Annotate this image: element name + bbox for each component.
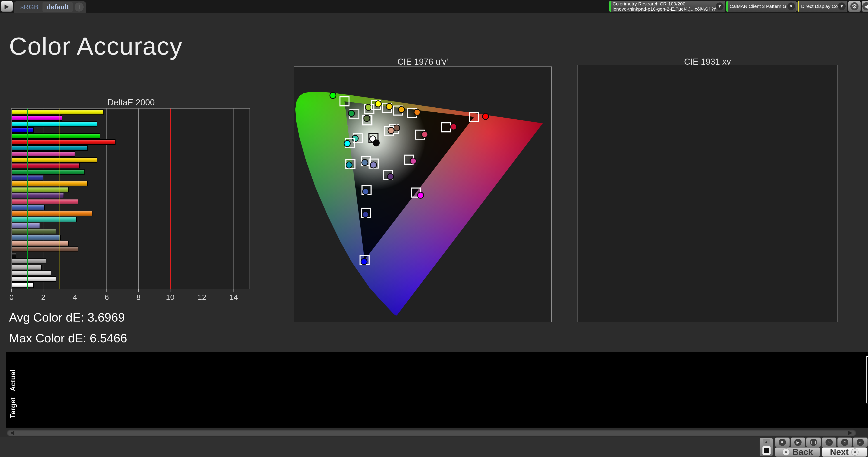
chevron-down-icon: ▼ [838,2,846,10]
avg-de-value: Avg Color dE: 3.6969 [9,310,133,324]
deltae-bar-yellow-green [11,187,69,192]
measured-marker-light-skin [388,127,394,134]
measured-marker-orange-yellow [398,106,404,113]
max-de-value: Max Color dE: 6.5466 [9,331,133,345]
add-tab-button[interactable]: + [74,2,84,11]
meter-dropdown[interactable]: Colorimetry Research CR-100/200 lenovo-t… [609,1,725,12]
measured-marker-green [348,110,354,117]
play-button[interactable]: ▶ [790,437,805,447]
deltae-chart [11,108,250,289]
measured-marker-blue [362,211,368,217]
swatch-scrollbar[interactable] [7,429,856,436]
measured-marker-100-green [330,92,336,99]
measured-marker-100-red [483,113,489,119]
gear-icon: ⚙ [850,2,859,10]
display-status-indicator [798,1,799,12]
pattern-generator-dropdown[interactable]: CalMAN Client 3 Pattern Generator ▼ [726,1,797,12]
run-button[interactable]: ▶ [1,1,13,12]
chevron-down-icon: ▼ [716,2,723,10]
deltae-bar-blue-sky [11,235,61,240]
measured-marker-foliage [364,115,370,121]
axis-tick-label: 0 [9,293,14,302]
collapse-panel-button[interactable]: ◀ [862,1,868,12]
deltae-bar-yellow [11,157,97,162]
measured-marker-cyan [346,162,352,168]
axis-tick [43,289,43,293]
axis-tick [202,289,202,293]
measured-marker-yellow-green [366,104,372,110]
deltae-bar-orange [11,211,92,216]
deltae-bar-purple [11,193,64,198]
deltae-bar-light-skin [11,241,69,246]
tab-srgb[interactable]: sRGB [16,3,42,11]
deltae-bar-cyan [11,145,88,151]
back-button[interactable]: « Back [775,447,820,457]
scroll-right-button[interactable]: ▶ [846,430,855,435]
deltae-bar-blue-flower [11,223,40,228]
loop-button[interactable]: ∞ [822,437,837,447]
pattern-window-button[interactable] [762,446,771,455]
fail-reference-line [170,109,170,289]
cie1976-chart [294,66,552,322]
axis-tick-label: 10 [166,293,175,302]
deltae-bar-100-green [11,133,100,139]
target-reference-line [59,109,59,289]
measured-marker-moderate-red [422,131,428,138]
deltae-bar-100-blue [11,127,34,133]
grid-line [202,109,202,289]
deltae-bar-green [11,169,85,175]
confirm-button[interactable]: ✓ [853,437,868,447]
calman-window: ▶ sRGB default + Colorimetry Research CR… [0,0,868,457]
deltae-bar-purplish-blue [11,205,45,210]
axis-tick-label: 8 [136,293,141,302]
deltae-bar-gray-50 [11,265,41,270]
deltae-bar-foliage [11,228,56,234]
deltae-bar-gray-35 [11,258,46,264]
workflow-tab-bar: sRGB default + [14,1,86,13]
axis-tick-label: 2 [41,293,45,302]
axis-tick [11,289,12,293]
cie1931-chart [578,65,837,322]
measured-marker-red [451,124,457,130]
next-swatch-sliver [866,356,868,403]
chevron-down-icon: ▼ [787,2,795,10]
measured-marker-purple [388,174,394,180]
stop-button[interactable]: ■ [775,437,790,447]
meter-status-indicator [609,1,611,12]
page-title: Color Accuracy [9,32,183,60]
deltae-bar-dark-skin [11,246,78,252]
swatch-scroll-row: ◀ ▶ [0,428,868,437]
check-icon: ✓ [857,439,864,446]
measured-marker-blue-sky [362,159,368,165]
step-button[interactable]: [··] [806,437,821,447]
scroll-left-button[interactable]: ◀ [8,430,17,435]
settings-button[interactable]: ⚙ [848,1,861,12]
chevron-left-icon: ◀ [862,2,868,10]
deltae-bar-gray-80 [11,276,56,282]
axis-tick [138,289,139,293]
deltae-bar-red [11,163,80,169]
good-reference-line [27,109,28,289]
deltae-bar-bluish-green [11,217,76,222]
actual-row-label: Actual [9,370,17,391]
measured-marker-100-magenta [417,192,424,198]
step-icon: [··] [810,439,817,446]
deltae-bar-100-cyan [11,121,97,127]
measured-marker-purplish-blue [363,189,369,195]
next-button[interactable]: Next » [822,447,867,457]
cie1976-chart-title: CIE 1976 u'v' [366,57,479,67]
refresh-button[interactable]: ↻ [837,437,852,447]
play-icon: ▶ [794,439,802,446]
infinity-icon: ∞ [826,439,833,446]
tab-default[interactable]: default [42,2,73,12]
measured-marker-dark-skin [394,125,400,131]
grid-line [234,109,234,289]
back-label: Back [793,447,813,457]
deltae-bar-100-yellow [11,110,103,115]
display-control-dropdown[interactable]: Direct Display Control ▼ [798,1,847,12]
deltae-bar-gray-65 [11,270,51,276]
scroll-up-button[interactable]: ▲ [763,439,770,445]
measured-marker-100-blue [361,258,367,265]
deltae-bar-moderate-red [11,199,78,205]
play-icon: ▶ [4,3,9,10]
